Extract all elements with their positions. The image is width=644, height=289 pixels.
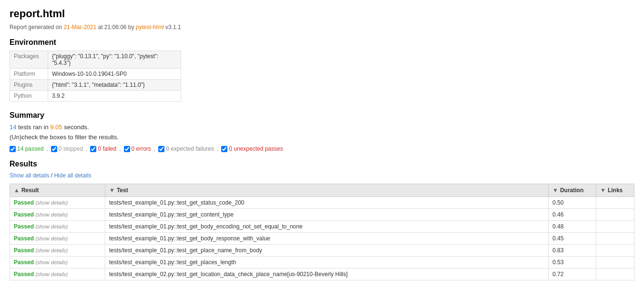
env-value: Windows-10-10.0.19041-SP0 bbox=[48, 69, 181, 80]
test-duration: 9.05 bbox=[50, 124, 62, 131]
result-cell: Passed (show details) bbox=[10, 233, 105, 245]
filter-label-errors[interactable]: 0 errors bbox=[124, 145, 151, 152]
env-key: Platform bbox=[10, 69, 48, 80]
report-meta: Report generated on 21-Mar-2021 at 21:06… bbox=[10, 24, 634, 31]
duration-cell: 0.45 bbox=[549, 233, 596, 245]
show-details[interactable]: (show details) bbox=[35, 248, 68, 253]
results-heading: Results bbox=[10, 160, 634, 168]
test-name-cell: tests/test_example_01.py::test_get_body_… bbox=[105, 233, 549, 245]
filter-separator: , bbox=[119, 145, 121, 152]
env-row: Plugins{"html": "3.1.1", "metadata": "1.… bbox=[10, 80, 181, 91]
env-value: {"pluggy": "0.13.1", "py": "1.10.0", "py… bbox=[48, 51, 181, 69]
test-count: 14 bbox=[10, 124, 16, 131]
sort-icon: ▼ bbox=[109, 187, 115, 194]
filter-count-xfailed: 0 expected failures bbox=[166, 145, 214, 152]
test-name-cell: tests/test_example_01.py::test_get_place… bbox=[105, 257, 549, 268]
table-row: Passed (show details)tests/test_example_… bbox=[10, 257, 634, 268]
links-cell bbox=[596, 221, 634, 233]
pytest-html-link[interactable]: pytest-html bbox=[136, 24, 164, 31]
duration-cell: 0.83 bbox=[549, 245, 596, 257]
duration-cell: 0.53 bbox=[549, 257, 596, 268]
hide-all-details-link[interactable]: Hide all details bbox=[54, 172, 91, 179]
duration-cell: 0.48 bbox=[549, 221, 596, 233]
filter-count-xpassed: 0 unexpected passes bbox=[229, 145, 283, 152]
links-cell bbox=[596, 209, 634, 221]
result-status: Passed bbox=[14, 211, 34, 218]
env-row: Packages{"pluggy": "0.13.1", "py": "1.10… bbox=[10, 51, 181, 69]
duration-cell: 0.46 bbox=[549, 209, 596, 221]
filter-checkbox-skipped[interactable] bbox=[51, 146, 57, 152]
filter-checkbox-failed[interactable] bbox=[90, 146, 96, 152]
env-row: PlatformWindows-10-10.0.19041-SP0 bbox=[10, 69, 181, 80]
env-key: Plugins bbox=[10, 80, 48, 91]
result-cell: Passed (show details) bbox=[10, 221, 105, 233]
show-details[interactable]: (show details) bbox=[35, 271, 68, 277]
result-status: Passed bbox=[14, 247, 34, 254]
env-value: {"html": "3.1.1", "metadata": "1.11.0"} bbox=[48, 80, 181, 91]
filter-label-failed[interactable]: 0 failed bbox=[90, 145, 116, 152]
filter-checkbox-passed[interactable] bbox=[10, 146, 16, 152]
test-name-cell: tests/test_example_01.py::test_get_conte… bbox=[105, 209, 549, 221]
filter-checkbox-xfailed[interactable] bbox=[158, 146, 164, 152]
links-cell bbox=[596, 268, 634, 280]
result-cell: Passed (show details) bbox=[10, 245, 105, 257]
filter-checkbox-xpassed[interactable] bbox=[221, 146, 227, 152]
filter-instruction: (Un)check the boxes to filter the result… bbox=[10, 134, 634, 141]
show-all-details-link[interactable]: Show all details bbox=[10, 172, 49, 179]
sort-icon: ▲ bbox=[14, 187, 20, 194]
show-details[interactable]: (show details) bbox=[35, 212, 68, 217]
links-cell bbox=[596, 245, 634, 257]
environment-table: Packages{"pluggy": "0.13.1", "py": "1.10… bbox=[10, 51, 181, 102]
col-header-result[interactable]: ▲Result bbox=[10, 184, 105, 197]
show-details[interactable]: (show details) bbox=[35, 224, 68, 229]
result-cell: Passed (show details) bbox=[10, 268, 105, 280]
filter-separator: , bbox=[86, 145, 87, 152]
filter-label-xpassed[interactable]: 0 unexpected passes bbox=[221, 145, 283, 152]
links-cell bbox=[596, 257, 634, 268]
table-row: Passed (show details)tests/test_example_… bbox=[10, 221, 634, 233]
show-details[interactable]: (show details) bbox=[35, 236, 68, 241]
links-cell bbox=[596, 197, 634, 209]
table-row: Passed (show details)tests/test_example_… bbox=[10, 245, 634, 257]
env-key: Python bbox=[10, 91, 48, 102]
col-header-duration[interactable]: ▼Duration bbox=[549, 184, 596, 197]
filter-count-passed: 14 passed bbox=[17, 145, 43, 152]
col-header-links[interactable]: ▼Links bbox=[596, 184, 634, 197]
test-name-cell: tests/test_example_02.py::test_get_locat… bbox=[105, 268, 549, 280]
filter-separator: , bbox=[154, 145, 155, 152]
show-details[interactable]: (show details) bbox=[35, 259, 68, 265]
result-cell: Passed (show details) bbox=[10, 209, 105, 221]
table-row: Passed (show details)tests/test_example_… bbox=[10, 197, 634, 209]
col-header-test[interactable]: ▼Test bbox=[105, 184, 549, 197]
show-details[interactable]: (show details) bbox=[35, 200, 68, 206]
result-status: Passed bbox=[14, 259, 34, 266]
test-name-cell: tests/test_example_01.py::test_get_body_… bbox=[105, 221, 549, 233]
table-row: Passed (show details)tests/test_example_… bbox=[10, 209, 634, 221]
sort-icon: ▼ bbox=[552, 187, 558, 194]
page-title: report.html bbox=[10, 8, 634, 20]
filter-label-skipped[interactable]: 0 skipped bbox=[51, 145, 83, 152]
results-table: ▲Result▼Test▼Duration▼Links Passed (show… bbox=[10, 184, 634, 280]
summary-text: 14 tests ran in 9.05 seconds. bbox=[10, 124, 634, 131]
filter-checkbox-errors[interactable] bbox=[124, 146, 130, 152]
duration-cell: 0.50 bbox=[549, 197, 596, 209]
result-status: Passed bbox=[14, 271, 34, 278]
filter-separator: , bbox=[46, 145, 48, 152]
filter-label-xfailed[interactable]: 0 expected failures bbox=[158, 145, 214, 152]
filter-row: 14 passed,0 skipped,0 failed,0 errors,0 … bbox=[10, 145, 634, 152]
result-status: Passed bbox=[14, 235, 34, 242]
sort-icon: ▼ bbox=[600, 187, 606, 194]
filter-count-errors: 0 errors bbox=[132, 145, 151, 152]
table-row: Passed (show details)tests/test_example_… bbox=[10, 233, 634, 245]
filter-label-passed[interactable]: 14 passed bbox=[10, 145, 43, 152]
results-links: Show all details / Hide all details bbox=[10, 172, 634, 179]
env-row: Python3.9.2 bbox=[10, 91, 181, 102]
filter-count-skipped: 0 skipped bbox=[59, 145, 83, 152]
test-name-cell: tests/test_example_01.py::test_get_statu… bbox=[105, 197, 549, 209]
result-cell: Passed (show details) bbox=[10, 257, 105, 268]
filter-separator: , bbox=[217, 145, 218, 152]
result-cell: Passed (show details) bbox=[10, 197, 105, 209]
env-key: Packages bbox=[10, 51, 48, 69]
links-cell bbox=[596, 233, 634, 245]
table-row: Passed (show details)tests/test_example_… bbox=[10, 268, 634, 280]
